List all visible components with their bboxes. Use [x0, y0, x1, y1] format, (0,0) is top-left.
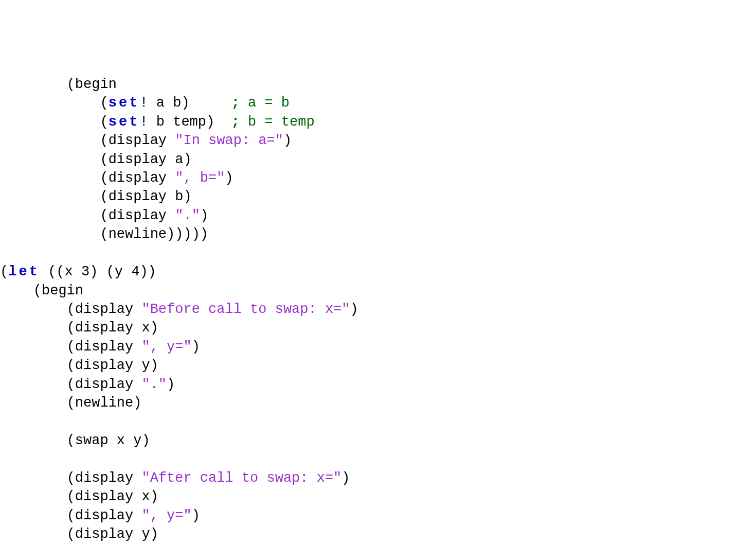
- code-token-comment: b = temp: [240, 114, 315, 130]
- code-token-string: ", y=": [141, 508, 191, 523]
- code-token-normal: ((x 3) (y 4)): [40, 264, 156, 279]
- code-token-string: "Before call to swap: x=": [141, 302, 350, 317]
- code-token-comment-bold: ;: [231, 95, 240, 111]
- indent: [0, 527, 67, 542]
- code-token-normal: ): [341, 470, 350, 486]
- indent: [0, 95, 100, 111]
- indent: [0, 508, 67, 523]
- code-line: (display b): [0, 187, 756, 206]
- indent: [0, 189, 100, 204]
- code-line: (set! a b) ; a = b: [0, 94, 756, 112]
- code-line: (set! b temp) ; b = temp: [0, 113, 756, 131]
- code-token-string: "After call to swap: x=": [141, 470, 341, 486]
- code-token-normal: (begin: [33, 283, 83, 299]
- code-token-string: ".": [175, 208, 200, 223]
- code-token-keyword: let: [8, 264, 40, 279]
- code-token-normal: (display: [100, 208, 175, 223]
- code-token-normal: (: [0, 264, 8, 279]
- code-line: (display ", y="): [0, 506, 756, 525]
- code-token-normal: (display x): [67, 320, 158, 336]
- indent: [0, 170, 100, 186]
- code-token-normal: (display x): [67, 489, 158, 504]
- code-line: (display "."): [0, 206, 756, 225]
- code-token-normal: (newline): [67, 395, 142, 411]
- code-line: (let ((x 3) (y 4)): [0, 262, 756, 281]
- code-line: (display "."): [0, 375, 756, 394]
- code-token-normal: (display a): [100, 152, 191, 167]
- indent: [0, 114, 100, 130]
- code-token-normal: (display y): [67, 527, 158, 542]
- indent: [0, 395, 67, 411]
- indent: [0, 133, 100, 148]
- code-token-normal: (display: [100, 170, 175, 186]
- code-token-normal: ): [283, 133, 292, 148]
- code-token-comment-bold: ;: [231, 114, 240, 130]
- code-line: (newline))))): [0, 225, 756, 243]
- code-token-normal: (begin: [67, 77, 117, 92]
- code-line: [0, 450, 756, 469]
- code-token-normal: (newline))))): [100, 226, 208, 242]
- code-line: (display "In swap: a="): [0, 131, 756, 150]
- indent: [0, 77, 67, 92]
- indent: [0, 377, 67, 392]
- indent: [0, 339, 67, 355]
- code-token-normal: (display: [67, 508, 142, 523]
- code-line: (swap x y): [0, 431, 756, 450]
- code-token-normal: (: [100, 95, 108, 111]
- code-token-normal: ): [192, 339, 200, 355]
- code-token-normal: (: [100, 114, 108, 130]
- code-line: (display x): [0, 487, 756, 506]
- code-line: (display y): [0, 356, 756, 375]
- indent: [0, 152, 100, 167]
- code-block: (begin (set! a b) ; a = b (set! b temp) …: [0, 75, 756, 544]
- indent: [0, 489, 67, 504]
- indent: [0, 320, 67, 336]
- code-line: (display x): [0, 319, 756, 337]
- code-line: (begin: [0, 282, 756, 300]
- indent: [0, 283, 33, 299]
- code-line: (display y): [0, 525, 756, 543]
- code-token-normal: ! a b): [139, 95, 231, 111]
- code-token-normal: ! b temp): [139, 114, 231, 130]
- indent: [0, 208, 100, 223]
- code-line: (display "After call to swap: x="): [0, 469, 756, 487]
- indent: [0, 470, 67, 486]
- code-token-normal: ): [350, 302, 358, 317]
- code-token-normal: (display: [67, 470, 142, 486]
- indent: [0, 358, 67, 373]
- indent: [0, 433, 67, 448]
- code-token-string: ", y=": [141, 339, 191, 355]
- code-token-comment: a = b: [240, 95, 290, 111]
- code-token-normal: ): [167, 377, 175, 392]
- code-token-string: "In swap: a=": [175, 133, 283, 148]
- code-token-string: ", b=": [175, 170, 225, 186]
- code-line: (newline): [0, 394, 756, 412]
- code-token-normal: (display: [67, 377, 142, 392]
- code-token-normal: ): [225, 170, 233, 186]
- code-line: [0, 413, 756, 431]
- code-line: (display "Before call to swap: x="): [0, 300, 756, 319]
- code-token-keyword: set: [109, 95, 140, 111]
- code-token-normal: (display b): [100, 189, 191, 204]
- code-token-normal: ): [200, 208, 208, 223]
- code-line: [0, 244, 756, 262]
- code-token-normal: (display: [100, 133, 175, 148]
- code-token-normal: (display: [67, 339, 142, 355]
- code-token-normal: (display: [67, 302, 142, 317]
- code-line: (display ", b="): [0, 169, 756, 187]
- code-token-normal: ): [192, 508, 200, 523]
- indent: [0, 302, 67, 317]
- code-line: (display ", y="): [0, 338, 756, 356]
- code-token-normal: (swap x y): [67, 433, 150, 448]
- code-line: (display a): [0, 150, 756, 169]
- code-line: (begin: [0, 75, 756, 94]
- code-token-string: ".": [141, 377, 167, 392]
- code-token-keyword: set: [109, 114, 140, 130]
- indent: [0, 226, 100, 242]
- code-token-normal: (display y): [67, 358, 158, 373]
